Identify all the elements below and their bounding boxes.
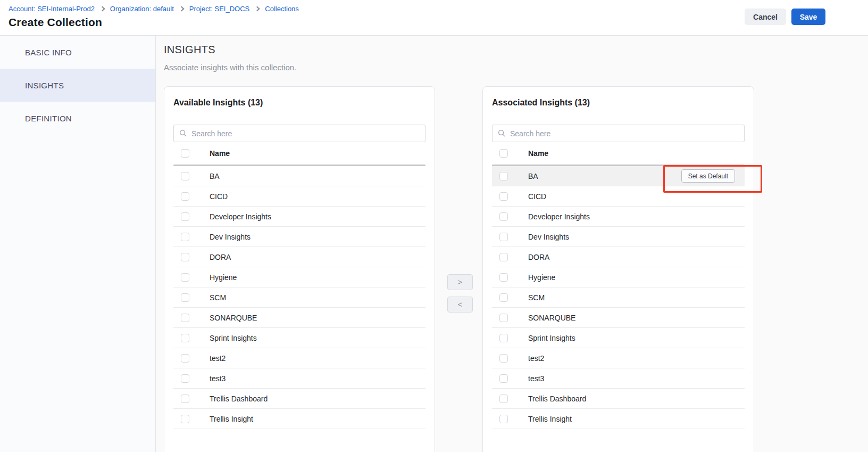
- row-checkbox[interactable]: [181, 293, 189, 302]
- associated-panel-title: Associated Insights (13): [492, 98, 745, 108]
- row-checkbox[interactable]: [499, 395, 508, 403]
- row-checkbox[interactable]: [181, 212, 189, 221]
- row-checkbox[interactable]: [499, 212, 508, 221]
- row-checkbox[interactable]: [499, 172, 508, 180]
- row-label: Developer Insights: [210, 212, 271, 221]
- row-label: Trellis Insight: [210, 415, 253, 423]
- row-label: Trellis Dashboard: [528, 395, 586, 403]
- name-column-header: Name: [528, 149, 548, 158]
- row-checkbox[interactable]: [499, 253, 508, 261]
- sidebar-item-definition[interactable]: DEFINITION: [0, 102, 155, 135]
- table-row[interactable]: Trellis Dashboard: [492, 389, 745, 409]
- table-row[interactable]: Developer Insights: [173, 207, 425, 227]
- available-search: [173, 125, 425, 142]
- table-row[interactable]: SONARQUBE: [173, 308, 425, 328]
- row-label: Sprint Insights: [210, 334, 257, 342]
- row-checkbox[interactable]: [181, 374, 189, 383]
- row-label: Dev Insights: [528, 233, 569, 241]
- table-row[interactable]: Hygiene: [173, 267, 425, 287]
- row-checkbox[interactable]: [499, 233, 508, 241]
- row-checkbox[interactable]: [499, 314, 508, 322]
- search-input[interactable]: [510, 129, 739, 138]
- cancel-button[interactable]: Cancel: [745, 9, 786, 25]
- row-checkbox[interactable]: [181, 334, 189, 342]
- row-checkbox[interactable]: [499, 354, 508, 363]
- table-row[interactable]: test3: [492, 368, 745, 389]
- row-checkbox[interactable]: [181, 192, 189, 201]
- table-row[interactable]: test3: [173, 368, 425, 389]
- row-checkbox[interactable]: [181, 354, 189, 363]
- table-row[interactable]: BA: [173, 166, 425, 186]
- table-row[interactable]: test2: [492, 348, 745, 368]
- table-row[interactable]: Dev Insights: [173, 227, 425, 247]
- table-row[interactable]: Trellis Dashboard: [173, 389, 425, 409]
- row-label: Trellis Dashboard: [210, 395, 268, 403]
- row-checkbox[interactable]: [499, 192, 508, 201]
- row-checkbox[interactable]: [181, 395, 189, 403]
- select-all-checkbox[interactable]: [181, 149, 189, 158]
- breadcrumb-link-organization[interactable]: Organization: default: [110, 5, 174, 13]
- row-checkbox[interactable]: [181, 233, 189, 241]
- row-label: SONARQUBE: [210, 314, 257, 322]
- row-checkbox[interactable]: [181, 314, 189, 322]
- move-left-button[interactable]: <: [447, 297, 473, 313]
- table-row[interactable]: CICD: [173, 186, 425, 207]
- available-panel-title: Available Insights (13): [173, 98, 425, 108]
- section-subheading: Associate insights with this collection.: [164, 63, 296, 72]
- breadcrumb-link-project[interactable]: Project: SEI_DOCS: [189, 5, 249, 13]
- table-row[interactable]: DORA: [173, 247, 425, 267]
- row-checkbox[interactable]: [499, 273, 508, 282]
- row-checkbox[interactable]: [181, 415, 189, 423]
- row-label: SCM: [210, 293, 226, 302]
- row-label: Sprint Insights: [528, 334, 575, 342]
- sidebar: BASIC INFO INSIGHTS DEFINITION: [0, 36, 156, 452]
- row-label: test2: [210, 354, 226, 363]
- row-label: SONARQUBE: [528, 314, 575, 322]
- sidebar-item-insights[interactable]: INSIGHTS: [0, 69, 155, 102]
- table-row[interactable]: SCM: [492, 287, 745, 308]
- table-row[interactable]: Trellis Insight: [173, 409, 425, 429]
- table-row[interactable]: Developer Insights: [492, 207, 745, 227]
- table-row[interactable]: DORA: [492, 247, 745, 267]
- row-checkbox[interactable]: [181, 253, 189, 261]
- row-label: Trellis Insight: [528, 415, 572, 423]
- row-label: BA: [528, 172, 538, 180]
- table-row[interactable]: SCM: [173, 287, 425, 308]
- table-row[interactable]: CICD: [492, 186, 745, 207]
- table-row[interactable]: Hygiene: [492, 267, 745, 287]
- row-checkbox[interactable]: [499, 374, 508, 383]
- table-row[interactable]: Sprint Insights: [173, 328, 425, 348]
- search-icon: [179, 129, 187, 137]
- row-label: CICD: [210, 192, 228, 201]
- row-checkbox[interactable]: [499, 293, 508, 302]
- row-checkbox[interactable]: [181, 273, 189, 282]
- table-row[interactable]: SONARQUBE: [492, 308, 745, 328]
- row-checkbox[interactable]: [499, 334, 508, 342]
- row-checkbox[interactable]: [499, 415, 508, 423]
- breadcrumb-link-collections[interactable]: Collections: [265, 5, 299, 13]
- row-label: Developer Insights: [528, 212, 590, 221]
- table-row[interactable]: Sprint Insights: [492, 328, 745, 348]
- search-input[interactable]: [191, 129, 420, 138]
- save-button[interactable]: Save: [791, 9, 825, 25]
- breadcrumb-link-account[interactable]: Account: SEI-Internal-Prod2: [9, 5, 95, 13]
- row-label: test2: [528, 354, 544, 363]
- select-all-checkbox[interactable]: [499, 149, 508, 158]
- associated-rows: BA Set as Default CICD Developer Insight…: [492, 166, 745, 429]
- chevron-right-icon: [99, 6, 105, 12]
- row-label: CICD: [528, 192, 546, 201]
- table-row[interactable]: test2: [173, 348, 425, 368]
- available-insights-panel: Available Insights (13) Name BA CICD Dev…: [164, 86, 435, 452]
- table-row[interactable]: Dev Insights: [492, 227, 745, 247]
- table-row[interactable]: Trellis Insight: [492, 409, 745, 429]
- row-label: DORA: [528, 253, 549, 261]
- associated-insights-panel: Associated Insights (13) Name BA Set as …: [482, 86, 754, 452]
- table-row[interactable]: BA Set as Default: [492, 166, 745, 186]
- move-right-button[interactable]: >: [447, 274, 473, 290]
- row-checkbox[interactable]: [181, 172, 189, 180]
- row-label: BA: [210, 172, 220, 180]
- sidebar-item-basic-info[interactable]: BASIC INFO: [0, 36, 155, 69]
- set-as-default-button[interactable]: Set as Default: [681, 169, 735, 183]
- name-column-header: Name: [210, 149, 230, 158]
- table-header-row: Name: [173, 142, 425, 165]
